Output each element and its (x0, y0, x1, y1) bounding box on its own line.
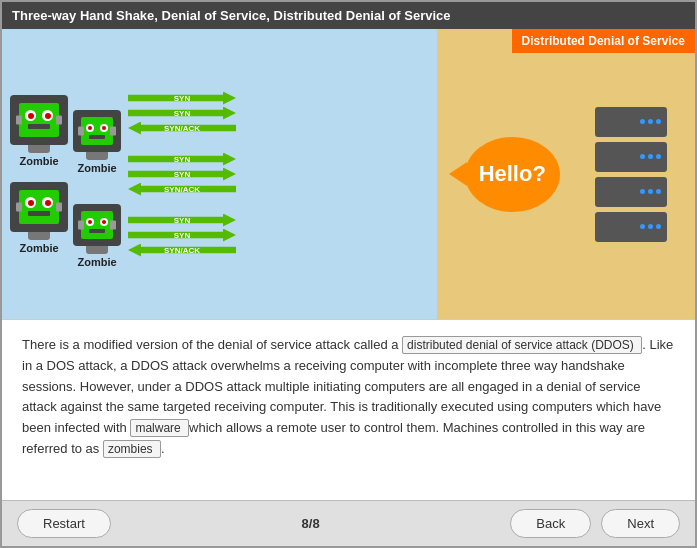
illustration-inner: Zombie (2, 29, 695, 319)
bolt-left-4 (78, 221, 84, 230)
zombie-item-2: Zombie (73, 110, 121, 174)
bolt-right-4 (110, 221, 116, 230)
speech-bubble: Hello? (465, 137, 560, 212)
eye-1a (25, 110, 36, 121)
server-stack (595, 107, 667, 242)
arrow-r-2b: SYN (128, 168, 236, 181)
arrow-l-1c: SYN/ACK (128, 122, 236, 135)
next-button[interactable]: Next (601, 509, 680, 538)
server-unit-1 (595, 107, 667, 137)
zombies-highlight: zombies (103, 440, 161, 458)
restart-button[interactable]: Restart (17, 509, 111, 538)
mouth-1 (28, 124, 50, 129)
arrow-group-2: SYN SYN SYN/ACK (128, 153, 236, 196)
eyes-4 (86, 218, 108, 226)
server-unit-3 (595, 177, 667, 207)
illustration-area: Zombie (2, 29, 695, 319)
nav-bar: Restart 8/8 Back Next (2, 500, 695, 546)
bolt-left-2 (78, 127, 84, 136)
eyes-3 (25, 197, 53, 208)
mouth-4 (89, 229, 105, 233)
server-dot-1b (648, 119, 653, 124)
title-bar: Three-way Hand Shake, Denial of Service,… (2, 2, 695, 29)
text-area: There is a modified version of the denia… (2, 319, 695, 500)
bolt-left-1 (16, 115, 22, 124)
zombie-label-1: Zombie (19, 155, 58, 167)
blue-section: Zombie (2, 29, 437, 319)
eye-3b (42, 197, 53, 208)
server-dot-4b (648, 224, 653, 229)
page-indicator: 8/8 (302, 516, 320, 531)
arrow-r-2a: SYN (128, 153, 236, 166)
mouth-2 (89, 135, 105, 139)
arrow-r-1b: SYN (128, 107, 236, 120)
arrow-r-3b: SYN (128, 229, 236, 242)
zombie-monitor-3 (10, 182, 68, 232)
ddos-label: Distributed Denial of Service (512, 29, 695, 53)
bolt-left-3 (16, 202, 22, 211)
zombie-item-3: Zombie (10, 182, 68, 254)
server-unit-2 (595, 142, 667, 172)
bolt-right-1 (56, 115, 62, 124)
server-dot-1a (640, 119, 645, 124)
eyes-2 (86, 124, 108, 132)
mouth-3 (28, 211, 50, 216)
server-dot-2b (648, 154, 653, 159)
zombie-face-1 (19, 103, 59, 137)
right-zombie-col: Zombie (73, 80, 121, 268)
zombie-monitor-2 (73, 110, 121, 152)
arrows-col: SYN SYN SYN/ACK SYN SYN SYN/ACK SYN SYN … (126, 92, 238, 257)
server-dot-2c (656, 154, 661, 159)
zombie-item-1: Zombie (10, 95, 68, 167)
arrow-group-3: SYN SYN SYN/ACK (128, 214, 236, 257)
left-zombie-col: Zombie (10, 95, 68, 254)
eye-4b (100, 218, 108, 226)
server-dot-3c (656, 189, 661, 194)
zombie-face-2 (81, 117, 113, 145)
tan-section: Distributed Denial of Service Hello? (437, 29, 695, 319)
arrow-r-3a: SYN (128, 214, 236, 227)
back-button[interactable]: Back (510, 509, 591, 538)
server-unit-4 (595, 212, 667, 242)
zombie-label-2: Zombie (77, 162, 116, 174)
ddos-highlight: distributed denial of service attack (DD… (402, 336, 642, 354)
arrow-r-1a: SYN (128, 92, 236, 105)
server-dot-2a (640, 154, 645, 159)
zombie-item-4: Zombie (73, 204, 121, 268)
eye-1b (42, 110, 53, 121)
zombie-monitor-4 (73, 204, 121, 246)
malware-highlight: malware (130, 419, 189, 437)
zombie-label-3: Zombie (19, 242, 58, 254)
eye-4a (86, 218, 94, 226)
eyes-1 (25, 110, 53, 121)
eye-2b (100, 124, 108, 132)
arrow-l-2c: SYN/ACK (128, 183, 236, 196)
title-text: Three-way Hand Shake, Denial of Service,… (12, 8, 451, 23)
nav-right: Back Next (510, 509, 680, 538)
body-text-1: There is a modified version of the denia… (22, 337, 402, 352)
server-dot-3b (648, 189, 653, 194)
eye-2a (86, 124, 94, 132)
server-dot-1c (656, 119, 661, 124)
body-text-7: . (161, 441, 165, 456)
zombie-face-3 (19, 190, 59, 224)
bubble-text: Hello? (479, 161, 546, 187)
arrow-group-1: SYN SYN SYN/ACK (128, 92, 236, 135)
arrow-l-3c: SYN/ACK (128, 244, 236, 257)
server-dot-4a (640, 224, 645, 229)
zombie-monitor-1 (10, 95, 68, 145)
main-container: Three-way Hand Shake, Denial of Service,… (0, 0, 697, 548)
bolt-right-3 (56, 202, 62, 211)
zombie-face-4 (81, 211, 113, 239)
body-text: There is a modified version of the denia… (22, 335, 675, 460)
zombie-label-4: Zombie (77, 256, 116, 268)
server-dot-4c (656, 224, 661, 229)
server-dot-3a (640, 189, 645, 194)
bolt-right-2 (110, 127, 116, 136)
eye-3a (25, 197, 36, 208)
